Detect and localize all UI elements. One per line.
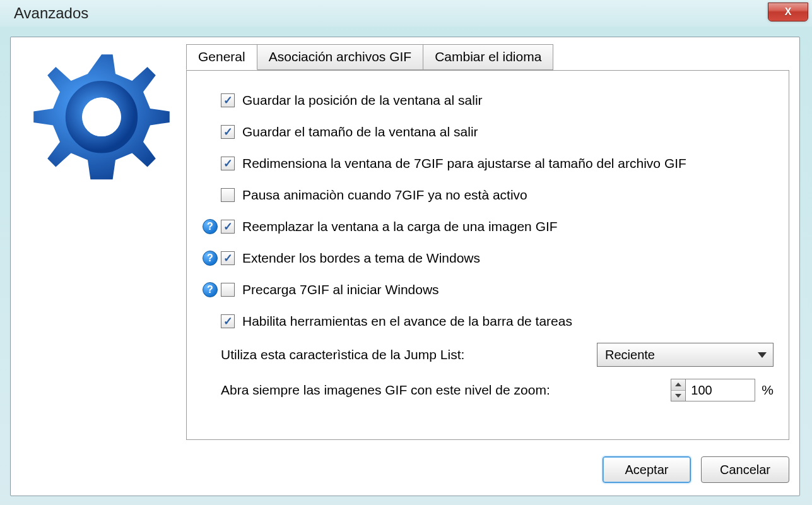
cancel-button[interactable]: Cancelar <box>701 456 789 483</box>
checkbox-resize-fit[interactable] <box>221 157 235 170</box>
dialog-panel: General Asociación archivos GIF Cambiar … <box>10 37 800 496</box>
gear-icon <box>32 46 171 185</box>
checkbox-taskbar-tools[interactable] <box>221 314 235 328</box>
tab-general[interactable]: General <box>186 44 257 70</box>
zoom-value[interactable]: 100 <box>686 379 755 401</box>
checkbox-extend-borders[interactable] <box>221 251 235 265</box>
label-extend-borders: Extender los bordes a tema de Windows <box>242 251 480 266</box>
option-row: Pausa animaciòn cuando 7GIF ya no està a… <box>199 179 774 211</box>
chevron-down-icon <box>758 352 767 358</box>
label-resize-fit: Redimensiona la ventana de 7GIF para aju… <box>242 156 686 171</box>
zoom-decrease-button[interactable] <box>671 391 685 401</box>
window-title: Avanzados <box>14 4 88 22</box>
option-row: Guardar el tamaño de la ventana al salir <box>199 116 774 148</box>
zoom-spinner[interactable]: 100 <box>671 379 755 401</box>
tab-body-general: Guardar la posición de la ventana al sal… <box>186 70 789 440</box>
option-row: ? Reemplazar la ventana a la carga de un… <box>199 211 774 242</box>
help-icon[interactable]: ? <box>203 219 218 234</box>
jumplist-row: Utiliza esta caracterìstica de la Jump L… <box>199 337 774 372</box>
option-row: Habilita herramientas en el avance de la… <box>199 306 774 337</box>
jumplist-label: Utiliza esta caracterìstica de la Jump L… <box>221 347 464 362</box>
label-save-window-size: Guardar el tamaño de la ventana al salir <box>242 124 478 140</box>
help-icon[interactable]: ? <box>203 282 218 297</box>
zoom-unit: % <box>762 383 774 398</box>
jumplist-value: Reciente <box>605 348 655 362</box>
option-row: Redimensiona la ventana de 7GIF para aju… <box>199 148 774 179</box>
zoom-row: Abra siempre las imagenes GIF con este n… <box>199 372 774 408</box>
help-icon[interactable]: ? <box>203 251 218 266</box>
checkbox-save-window-position[interactable] <box>221 93 235 107</box>
close-button[interactable]: X <box>768 3 808 21</box>
zoom-label: Abra siempre las imagenes GIF con este n… <box>221 383 550 398</box>
option-row: ? Precarga 7GIF al iniciar Windows <box>199 274 774 306</box>
tab-language[interactable]: Cambiar el idioma <box>423 44 553 70</box>
checkbox-preload-startup[interactable] <box>221 283 235 297</box>
checkbox-recenter-on-load[interactable] <box>221 220 235 234</box>
close-icon: X <box>785 6 792 18</box>
zoom-increase-button[interactable] <box>671 379 685 391</box>
checkbox-save-window-size[interactable] <box>221 125 235 139</box>
titlebar: Avanzados X <box>0 0 812 27</box>
tab-strip: General Asociación archivos GIF Cambiar … <box>186 44 789 69</box>
label-preload-startup: Precarga 7GIF al iniciar Windows <box>242 282 439 297</box>
dialog-button-bar: Aceptar Cancelar <box>603 456 789 483</box>
label-save-window-position: Guardar la posición de la ventana al sal… <box>242 93 483 108</box>
label-recenter-on-load: Reemplazar la ventana a la carga de una … <box>242 219 558 234</box>
ok-button[interactable]: Aceptar <box>603 456 691 483</box>
label-taskbar-tools: Habilita herramientas en el avance de la… <box>242 314 572 329</box>
label-pause-inactive: Pausa animaciòn cuando 7GIF ya no està a… <box>242 187 527 203</box>
tab-file-association[interactable]: Asociación archivos GIF <box>257 44 423 70</box>
option-row: Guardar la posición de la ventana al sal… <box>199 85 774 116</box>
option-row: ? Extender los bordes a tema de Windows <box>199 242 774 274</box>
svg-point-2 <box>82 97 121 136</box>
checkbox-pause-inactive[interactable] <box>221 188 235 202</box>
jumplist-select[interactable]: Reciente <box>597 343 774 367</box>
